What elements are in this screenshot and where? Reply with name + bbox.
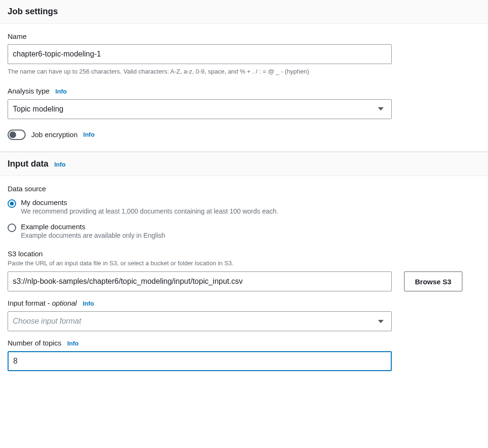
browse-s3-button[interactable]: Browse S3	[404, 271, 462, 291]
input-format-info-link[interactable]: Info	[83, 300, 94, 307]
input-format-placeholder: Choose input format	[13, 317, 81, 326]
job-encryption-label: Job encryption	[31, 131, 78, 139]
analysis-type-select[interactable]: Topic modeling	[8, 99, 392, 119]
input-data-info-link[interactable]: Info	[54, 161, 65, 168]
s3-location-input[interactable]	[8, 271, 392, 291]
radio-example-documents-helper: Example documents are available only in …	[21, 232, 165, 239]
job-settings-header: Job settings	[0, 0, 488, 24]
analysis-type-block: Analysis type Info Topic modeling	[8, 87, 480, 119]
job-encryption-toggle[interactable]	[8, 130, 26, 140]
radio-example-documents-label: Example documents	[21, 223, 165, 231]
input-format-label: Input format - optional	[8, 299, 77, 307]
job-settings-body: Name The name can have up to 256 charact…	[0, 24, 488, 150]
analysis-type-label: Analysis type	[8, 87, 49, 95]
name-helper: The name can have up to 256 characters. …	[8, 67, 392, 76]
job-settings-title: Job settings	[8, 7, 58, 16]
name-label: Name	[8, 32, 480, 40]
num-topics-block: Number of topics Info	[8, 339, 480, 371]
job-encryption-info-link[interactable]: Info	[83, 131, 95, 138]
input-data-body: Data source My documents We recommend pr…	[0, 176, 488, 382]
job-encryption-row: Job encryption Info	[8, 130, 480, 140]
num-topics-info-link[interactable]: Info	[67, 340, 79, 347]
caret-down-icon	[378, 320, 384, 323]
input-data-header: Input data Info	[0, 152, 488, 176]
radio-row-my-documents[interactable]: My documents We recommend providing at l…	[8, 198, 480, 215]
s3-location-block: S3 location Paste the URL of an input da…	[8, 250, 480, 292]
radio-my-documents-label: My documents	[21, 198, 278, 206]
name-input[interactable]	[8, 44, 392, 64]
radio-example-documents[interactable]	[8, 224, 16, 232]
radio-row-example-documents[interactable]: Example documents Example documents are …	[8, 223, 480, 239]
s3-location-label: S3 location	[8, 250, 480, 258]
input-format-block: Input format - optional Info Choose inpu…	[8, 299, 480, 331]
input-data-title: Input data	[8, 159, 48, 168]
data-source-label: Data source	[8, 185, 480, 193]
data-source-block: Data source My documents We recommend pr…	[8, 185, 480, 239]
analysis-type-info-link[interactable]: Info	[55, 88, 67, 95]
num-topics-input[interactable]	[8, 351, 392, 371]
input-format-select[interactable]: Choose input format	[8, 311, 392, 331]
name-field-block: Name The name can have up to 256 charact…	[8, 32, 480, 76]
s3-location-helper: Paste the URL of an input data file in S…	[8, 259, 392, 268]
caret-down-icon	[378, 107, 384, 111]
radio-my-documents-helper: We recommend providing at least 1,000 do…	[21, 207, 278, 215]
radio-my-documents[interactable]	[8, 199, 16, 208]
num-topics-label: Number of topics	[8, 339, 61, 347]
analysis-type-selected: Topic modeling	[13, 105, 64, 113]
toggle-knob-icon	[9, 131, 16, 138]
